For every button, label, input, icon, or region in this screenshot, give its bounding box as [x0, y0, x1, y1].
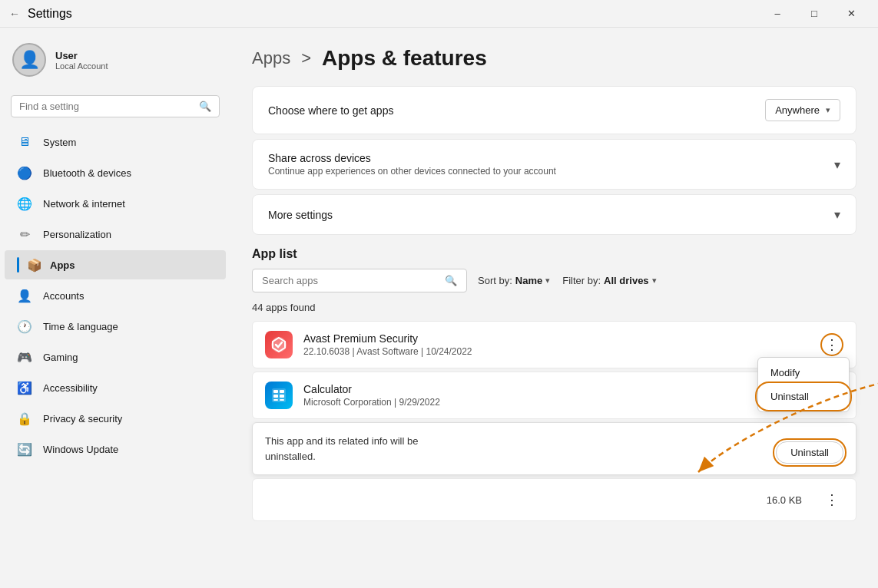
filter-value: All drives	[604, 275, 649, 286]
sort-by[interactable]: Sort by: Name ▾	[478, 275, 550, 286]
choose-apps-text: Choose where to get apps	[268, 104, 765, 117]
sidebar-item-label: Privacy & security	[43, 413, 122, 424]
modify-menu-item[interactable]: Modify	[758, 361, 849, 385]
anywhere-dropdown[interactable]: Anywhere ▾	[765, 99, 840, 121]
accounts-icon: 👤	[17, 288, 32, 303]
search-icon: 🔍	[199, 101, 211, 112]
chevron-down-icon: ▾	[826, 105, 830, 115]
sidebar-item-gaming[interactable]: 🎮 Gaming	[5, 342, 226, 372]
sidebar-item-personalization[interactable]: ✏ Personalization	[5, 220, 226, 249]
minimize-button[interactable]: –	[760, 0, 795, 28]
back-button[interactable]: ←	[9, 8, 20, 20]
sidebar-item-time[interactable]: 🕐 Time & language	[5, 312, 226, 341]
user-name: User	[55, 50, 108, 61]
apps-count: 44 apps found	[252, 302, 856, 313]
update-icon: 🔄	[17, 441, 32, 457]
sidebar-item-network[interactable]: 🌐 Network & internet	[5, 189, 226, 218]
avatar-icon: 👤	[19, 50, 40, 70]
filter-chevron-icon: ▾	[652, 276, 657, 286]
maximize-button[interactable]: □	[797, 0, 832, 28]
svg-rect-4	[280, 390, 284, 393]
sidebar-item-update[interactable]: 🔄 Windows Update	[5, 434, 226, 464]
more-settings-text: More settings	[268, 209, 834, 221]
sort-label: Sort by:	[478, 275, 512, 286]
app-row-generic-1: 16.0 KB ⋮	[252, 478, 856, 521]
sidebar-item-label: System	[43, 137, 76, 148]
sidebar-item-system[interactable]: 🖥 System	[5, 127, 226, 157]
anywhere-label: Anywhere	[775, 104, 820, 116]
svg-rect-8	[280, 399, 284, 401]
choose-apps-control: Anywhere ▾	[765, 99, 840, 121]
sort-value: Name	[515, 275, 542, 286]
breadcrumb[interactable]: Apps	[252, 48, 290, 68]
close-button[interactable]: ✕	[833, 0, 869, 28]
app-search-icon: 🔍	[445, 275, 457, 286]
app-size-1: 16.0 KB	[767, 494, 802, 506]
app-row-avast: Avast Premium Security 22.10.6038 | Avas…	[252, 321, 856, 368]
gaming-icon: 🎮	[17, 349, 32, 365]
sidebar-item-accounts[interactable]: 👤 Accounts	[5, 281, 226, 310]
page-title: Apps & features	[322, 46, 487, 71]
sidebar-item-accessibility[interactable]: ♿ Accessibility	[5, 373, 226, 402]
app-search-input[interactable]	[262, 275, 439, 286]
uninstall-confirm: This app and its related info will be un…	[252, 422, 856, 475]
share-devices-text: Share across devices Continue app experi…	[268, 152, 834, 177]
expand-share-icon: ▾	[834, 157, 840, 172]
window-controls: – □ ✕	[760, 0, 869, 28]
user-section[interactable]: 👤 User Local Account	[0, 34, 230, 86]
accessibility-icon: ♿	[17, 380, 32, 395]
system-icon: 🖥	[17, 134, 32, 150]
svg-rect-7	[273, 399, 278, 401]
choose-apps-card[interactable]: Choose where to get apps Anywhere ▾	[252, 86, 856, 134]
app-more-button-avast[interactable]: ⋮	[820, 333, 843, 356]
sidebar-item-label: Apps	[50, 259, 75, 271]
more-settings-card[interactable]: More settings ▾	[252, 194, 856, 235]
app-info-avast: Avast Premium Security 22.10.6038 | Avas…	[303, 332, 810, 357]
uninstall-confirm-button[interactable]: Uninstall	[776, 441, 843, 464]
avast-icon	[265, 331, 293, 358]
sort-chevron-icon: ▾	[545, 276, 550, 286]
app-meta: 22.10.6038 | Avast Software | 10/24/2022	[303, 346, 810, 357]
time-icon: 🕐	[17, 319, 32, 334]
sidebar: 👤 User Local Account 🔍 🖥 System 🔵 Blueto…	[0, 28, 230, 588]
avatar: 👤	[12, 43, 46, 77]
sidebar-item-apps[interactable]: 📦 Apps	[5, 250, 226, 279]
calc-icon	[265, 382, 293, 409]
sort-filter: Sort by: Name ▾ Filter by: All drives ▾	[478, 275, 657, 286]
share-devices-sub: Continue app experiences on other device…	[268, 166, 834, 177]
sidebar-search-input[interactable]	[19, 101, 193, 112]
app-name: Avast Premium Security	[303, 332, 810, 345]
svg-rect-3	[273, 390, 278, 393]
titlebar-title: Settings	[28, 7, 72, 21]
uninstall-menu-item-avast[interactable]: Uninstall	[758, 385, 849, 408]
sidebar-item-label: Windows Update	[43, 444, 118, 455]
app-meta: Microsoft Corporation | 9/29/2022	[303, 397, 810, 408]
filter-label: Filter by:	[562, 275, 601, 286]
content-area: Apps > Apps & features Choose where to g…	[230, 28, 878, 588]
sidebar-item-label: Gaming	[43, 352, 78, 363]
sidebar-item-bluetooth[interactable]: 🔵 Bluetooth & devices	[5, 158, 226, 187]
sidebar-search[interactable]: 🔍	[11, 95, 220, 117]
personalization-icon: ✏	[17, 226, 32, 242]
share-devices-card[interactable]: Share across devices Continue app experi…	[252, 139, 856, 190]
network-icon: 🌐	[17, 196, 32, 211]
app-icon-calc	[265, 382, 293, 409]
expand-more-icon: ▾	[834, 207, 840, 222]
more-settings-title: More settings	[268, 209, 834, 221]
page-header: Apps > Apps & features	[252, 46, 856, 71]
filter-by[interactable]: Filter by: All drives ▾	[562, 275, 656, 286]
titlebar: ← Settings – □ ✕	[0, 0, 878, 28]
bluetooth-icon: 🔵	[17, 165, 32, 180]
app-more-button-1[interactable]: ⋮	[820, 488, 843, 511]
sidebar-item-privacy[interactable]: 🔒 Privacy & security	[5, 404, 226, 433]
breadcrumb-separator: >	[301, 48, 311, 68]
apps-icon: 📦	[27, 257, 42, 273]
app-name: Calculator	[303, 383, 810, 395]
choose-apps-title: Choose where to get apps	[268, 104, 765, 117]
sidebar-item-label: Accessibility	[43, 382, 98, 394]
app-search-row: 🔍 Sort by: Name ▾ Filter by: All drives …	[252, 269, 856, 292]
app-list-title: App list	[252, 247, 856, 261]
avast-context-menu: Modify Uninstall	[757, 357, 850, 412]
app-search-box[interactable]: 🔍	[252, 269, 467, 292]
app-list-header: App list 🔍 Sort by: Name ▾ Filter by: Al…	[252, 247, 856, 313]
